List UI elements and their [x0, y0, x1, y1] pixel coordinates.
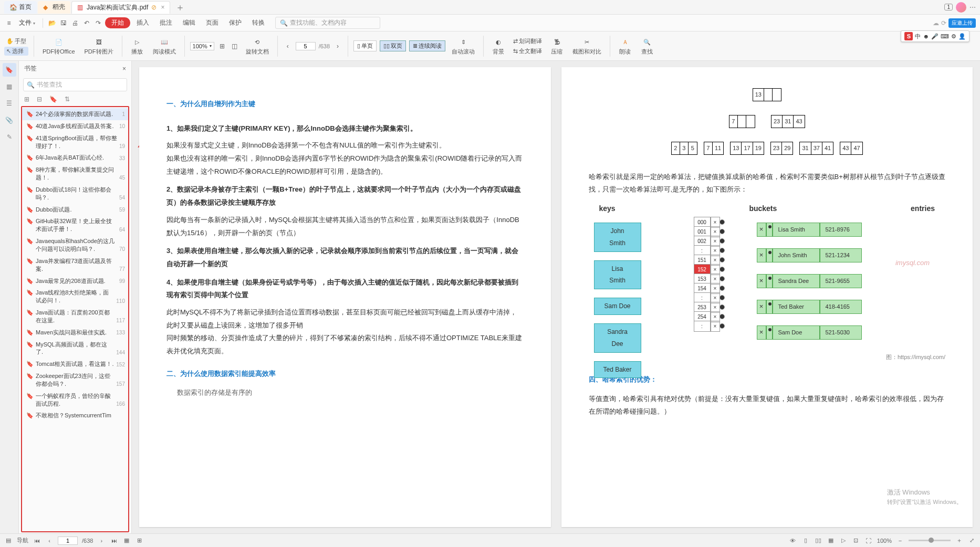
zoom-slider[interactable]: [909, 540, 951, 541]
bookmark-item[interactable]: 🔖Java面试题：百度前200页都在这里.117: [22, 307, 128, 327]
bm-expand-icon[interactable]: ⊞: [24, 96, 29, 103]
sb-panel-toggle-icon[interactable]: ▤: [4, 537, 13, 545]
tool-compress[interactable]: 🗜压缩: [547, 34, 566, 59]
print-icon[interactable]: 🖨: [70, 18, 80, 28]
ime-widget[interactable]: S 中 ☻ 🎤 ⌨ ⚙ 👤: [901, 30, 969, 42]
bookmark-item[interactable]: 🔖Java线程池8大拒绝策略，面试必问！.110: [22, 287, 128, 307]
sidetab-attachment[interactable]: 📎: [3, 113, 16, 127]
menu-protect[interactable]: 保护: [225, 18, 246, 27]
sync-icon[interactable]: ⟳: [941, 19, 946, 27]
document-viewport[interactable]: 一、为什么用自增列作为主键 1、如果我们定义了主键(PRIMARY KEY)，那…: [132, 61, 980, 533]
bookmark-item[interactable]: 🔖Dubbo面试18问！这些你都会吗？.54: [22, 184, 128, 204]
tab-close-icon[interactable]: ×: [161, 4, 164, 11]
menu-convert[interactable]: 转换: [248, 18, 269, 27]
tool-play[interactable]: ▷播放: [128, 34, 147, 59]
bookmark-item[interactable]: 🔖Dubbo面试题.59: [22, 204, 128, 216]
menu-page[interactable]: 页面: [202, 18, 223, 27]
sidetab-outline[interactable]: ☰: [3, 97, 16, 110]
sb-next-icon[interactable]: ›: [97, 537, 106, 545]
sb-play-icon[interactable]: ▷: [839, 537, 848, 545]
sb-last-icon[interactable]: ⏭: [110, 537, 118, 545]
sb-fullscreen-icon[interactable]: ⛶: [864, 537, 873, 545]
bookmark-item[interactable]: 🔖8种方案，帮你解决重复提交问题！.45: [22, 164, 128, 184]
bookmark-item[interactable]: 🔖Tomcat相关面试题，看这篇！.152: [22, 358, 128, 370]
page-prev-icon[interactable]: ‹: [283, 41, 293, 51]
sb-prev-icon[interactable]: ‹: [45, 537, 54, 545]
menu-icon[interactable]: ⋯: [969, 4, 976, 11]
sb-zoom-in-icon[interactable]: ＋: [955, 537, 963, 545]
undo-icon[interactable]: ↶: [82, 18, 91, 28]
tool-background[interactable]: ◐背景: [489, 34, 508, 59]
upload-badge[interactable]: 应邀上传: [948, 18, 976, 28]
bookmark-item[interactable]: 🔖Java并发编程73道面试题及答案.77: [22, 255, 128, 275]
tool-select[interactable]: ↖选择: [4, 47, 28, 56]
tool-crop-compare[interactable]: ✂截图和对比: [569, 34, 604, 59]
hamburger-icon[interactable]: ≡: [4, 18, 14, 28]
bookmark-item[interactable]: 🔖6年Java老兵BAT面试心经.33: [22, 152, 128, 164]
bookmark-item[interactable]: 🔖不敢相信？SystemcurrentTim: [22, 409, 128, 422]
sb-grid-icon[interactable]: ⊞: [135, 537, 143, 545]
sb-first-icon[interactable]: ⏮: [33, 537, 41, 545]
tool-pdf-to-image[interactable]: 🖼PDF转图片: [81, 34, 117, 59]
bookmark-list[interactable]: 🔖24个必须掌握的数据库面试题.1🔖40道Java多线程面试题及答案.10🔖41…: [21, 106, 129, 532]
bm-collapse-icon[interactable]: ⊟: [37, 96, 42, 103]
tool-find[interactable]: 🔍查找: [638, 34, 656, 59]
fit-page-icon[interactable]: ◫: [230, 41, 239, 51]
bookmark-item[interactable]: 🔖41道SpringBoot面试题，帮你整理好了！.19: [22, 132, 128, 152]
sb-eye-icon[interactable]: 👁: [789, 537, 797, 545]
sidetab-bookmark[interactable]: 🔖: [3, 63, 16, 77]
tab-active-document[interactable]: ▥ Java架构面试宝典.pdf ⊘ ×: [71, 1, 170, 14]
bookmark-item[interactable]: 🔖Java最常见的208道面试题.99: [22, 275, 128, 287]
tab-home[interactable]: 🏠 首页: [4, 1, 37, 14]
view-continuous[interactable]: ≣连续阅读: [409, 40, 445, 51]
bookmark-item[interactable]: 🔖Maven实战问题和最佳实践.133: [22, 327, 128, 339]
menu-start[interactable]: 开始: [105, 17, 130, 28]
cloud-icon[interactable]: ☁: [933, 19, 939, 27]
menu-insert[interactable]: 插入: [132, 18, 153, 27]
ime-keyboard-icon[interactable]: ⌨: [941, 33, 949, 40]
save-icon[interactable]: 🖫: [59, 18, 68, 28]
tool-translate-full[interactable]: ⇆全文翻译: [511, 47, 544, 56]
bookmark-item[interactable]: 🔖40道Java多线程面试题及答案.10: [22, 120, 128, 132]
sb-view2-icon[interactable]: ▯▯: [814, 537, 822, 545]
tool-autoscroll[interactable]: ⇕自动滚动: [449, 34, 478, 59]
open-icon[interactable]: 📂: [47, 18, 57, 28]
bookmark-close-icon[interactable]: ×: [122, 65, 126, 72]
sidetab-annotations[interactable]: ✎: [3, 130, 16, 144]
ime-emoji-icon[interactable]: ☻: [923, 33, 929, 39]
bookmark-item[interactable]: 🔖一个蚂蚁程序员，曾经的辛酸面试历程.166: [22, 390, 128, 410]
bookmark-item[interactable]: 🔖24个必须掌握的数据库面试题.1: [22, 108, 128, 120]
bm-add-icon[interactable]: 🔖: [49, 96, 57, 103]
bookmark-item[interactable]: 🔖MySQL高频面试题，都在这了.144: [22, 339, 128, 359]
tool-rotate[interactable]: ⟲旋转文档: [243, 34, 272, 59]
tab-add-button[interactable]: ＋: [171, 1, 189, 14]
bookmark-item[interactable]: 🔖Javaequals和hashCode的这几个问题可以说明白吗？.70: [22, 235, 128, 255]
bookmark-item[interactable]: 🔖GitHub获32W星！史上最全技术面试手册！.64: [22, 215, 128, 235]
tool-pdf-to-office[interactable]: 📄PDF转Office: [39, 34, 78, 59]
menu-file[interactable]: 文件 ▾: [16, 18, 38, 27]
ime-mic-icon[interactable]: 🎤: [931, 33, 939, 40]
bookmark-item[interactable]: 🔖Zookeeper面试23连问，这些你都会吗？.157: [22, 370, 128, 390]
sidetab-thumbnails[interactable]: ▦: [3, 80, 16, 93]
tab-docer[interactable]: ◆ 稻壳: [38, 1, 70, 14]
sb-view1-icon[interactable]: ▯: [801, 537, 810, 545]
menu-edit[interactable]: 编辑: [179, 18, 200, 27]
bookmark-search[interactable]: 🔍 书签查找: [23, 78, 127, 91]
sb-page-input[interactable]: [58, 537, 78, 545]
ime-user-icon[interactable]: 👤: [958, 33, 966, 40]
sb-zoom-out-icon[interactable]: −: [896, 537, 904, 545]
tool-translate-selection[interactable]: ⇄划词翻译: [511, 37, 544, 46]
redo-icon[interactable]: ↷: [93, 18, 103, 28]
page-input[interactable]: [296, 42, 316, 50]
sb-expand-icon[interactable]: ⤢: [967, 537, 976, 545]
menu-comment[interactable]: 批注: [155, 18, 176, 27]
fit-width-icon[interactable]: ⊞: [217, 41, 227, 51]
page-next-icon[interactable]: ›: [333, 41, 342, 51]
global-search[interactable]: 🔍 查找功能、文档内容: [275, 17, 380, 29]
avatar[interactable]: [956, 2, 966, 13]
window-count-badge[interactable]: 1: [944, 4, 953, 10]
view-double[interactable]: ▯▯双页: [380, 40, 406, 51]
sb-thumbnails-icon[interactable]: ▦: [122, 537, 131, 545]
tool-reading-mode[interactable]: 📖阅读模式: [150, 34, 179, 59]
bm-sort-icon[interactable]: ⇅: [65, 96, 70, 103]
